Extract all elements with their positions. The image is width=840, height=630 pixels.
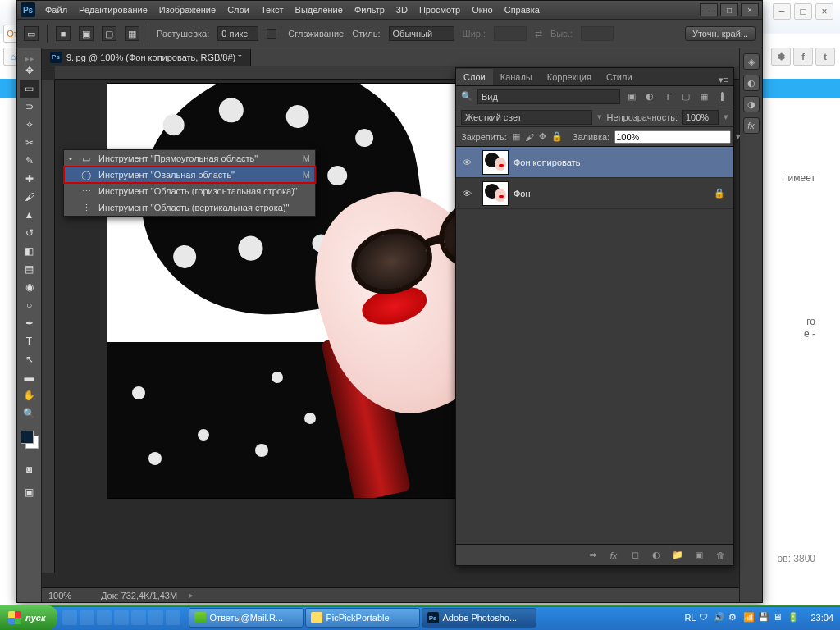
window-minimize-button[interactable]: – <box>700 3 718 16</box>
gradient-tool[interactable]: ▤ <box>20 260 39 278</box>
system-tray[interactable]: RL 🛡🔊⚙📶💾🖥🔋 <box>679 612 804 623</box>
layer-name[interactable]: Фон копировать <box>514 158 580 167</box>
delete-layer-icon[interactable]: 🗑 <box>714 550 727 560</box>
flyout-ellipse-marquee[interactable]: ◯ Инструмент "Овальная область" M <box>64 167 315 183</box>
brush-tool[interactable]: 🖌 <box>20 188 39 206</box>
magic-wand-tool[interactable]: ✧ <box>20 116 39 134</box>
zoom-tool[interactable]: 🔍 <box>20 404 39 422</box>
lock-all-icon[interactable]: 🔒 <box>551 130 563 144</box>
link-layers-icon[interactable]: ⇔ <box>586 550 599 560</box>
layer-group-icon[interactable]: 📁 <box>671 550 684 560</box>
taskbar-item[interactable]: PsAdobe Photosho... <box>422 608 536 628</box>
filter-shape-icon[interactable]: ▢ <box>679 90 692 103</box>
new-layer-icon[interactable]: ▣ <box>692 550 705 560</box>
tray-icon[interactable]: 🖥 <box>773 612 784 623</box>
menu-file[interactable]: Файл <box>40 3 72 16</box>
adjustments-icon[interactable]: ◑ <box>743 96 760 112</box>
lock-transparency-icon[interactable]: ▦ <box>512 130 520 144</box>
layer-name[interactable]: Фон <box>514 189 531 199</box>
start-button[interactable]: пуск <box>0 605 57 630</box>
layer-mask-icon[interactable]: ◻ <box>628 550 641 560</box>
ql-icon[interactable] <box>131 610 146 625</box>
ql-icon[interactable] <box>62 610 77 625</box>
refine-edge-button[interactable]: Уточн. край... <box>685 26 756 41</box>
menu-3d[interactable]: 3D <box>391 3 413 16</box>
opacity-input[interactable] <box>682 110 719 125</box>
ql-icon[interactable] <box>148 610 163 625</box>
history-brush-tool[interactable]: ↺ <box>20 224 39 242</box>
rectangle-tool[interactable]: ▬ <box>20 368 39 386</box>
ql-icon[interactable] <box>166 610 180 625</box>
layer-row[interactable]: 👁 Фон 🔒 <box>456 178 733 209</box>
tray-icon[interactable]: 🔊 <box>714 612 725 623</box>
lasso-tool[interactable]: ⊃ <box>20 98 39 116</box>
menu-help[interactable]: Справка <box>500 3 545 16</box>
filter-pixel-icon[interactable]: ▣ <box>625 90 638 103</box>
styles-icon[interactable]: fx <box>743 117 760 134</box>
ql-icon[interactable] <box>80 610 94 625</box>
color-swatches[interactable] <box>21 431 39 449</box>
flyout-col-marquee[interactable]: ⋮ Инструмент "Область (вертикальная стро… <box>64 199 315 216</box>
layer-row[interactable]: 👁 Фон копировать <box>456 147 733 178</box>
taskbar-item[interactable]: PicPickPortable <box>305 608 420 628</box>
tab-styles[interactable]: Стили <box>599 69 640 85</box>
add-selection-icon[interactable]: ▣ <box>79 26 94 41</box>
menu-edit[interactable]: Редактирование <box>74 3 153 16</box>
tray-icon[interactable]: 📶 <box>743 612 755 623</box>
window-maximize-button[interactable]: □ <box>720 3 738 16</box>
subtract-selection-icon[interactable]: ▢ <box>102 26 116 41</box>
status-zoom[interactable]: 100% <box>48 591 89 600</box>
path-selection-tool[interactable]: ↖ <box>20 350 39 368</box>
tool-preset-icon[interactable]: ▭ <box>24 26 39 41</box>
channels-icon[interactable]: ◐ <box>743 75 760 91</box>
taskbar-item[interactable]: Ответы@Mail.R... <box>189 608 304 628</box>
eraser-tool[interactable]: ◧ <box>20 242 39 260</box>
menu-view[interactable]: Просмотр <box>414 3 465 16</box>
intersect-selection-icon[interactable]: ▦ <box>125 26 139 41</box>
blur-tool[interactable]: ◉ <box>20 278 39 296</box>
lock-pixels-icon[interactable]: 🖌 <box>525 130 534 144</box>
menu-image[interactable]: Изображение <box>154 3 221 16</box>
layer-filter-select[interactable]: Вид <box>477 89 620 104</box>
marquee-tool[interactable]: ▭ <box>20 80 39 98</box>
tray-icon[interactable]: 🛡 <box>699 612 710 623</box>
canvas[interactable] <box>107 84 477 498</box>
adjustment-layer-icon[interactable]: ◐ <box>650 550 663 560</box>
tray-icon[interactable]: ⚙ <box>728 612 740 623</box>
feather-input[interactable] <box>217 26 258 41</box>
type-tool[interactable]: T <box>20 332 39 350</box>
taskbar-clock[interactable]: 23:04 <box>804 613 840 623</box>
eyedropper-tool[interactable]: ✎ <box>20 152 39 170</box>
tab-layers[interactable]: Слои <box>456 69 493 85</box>
menu-select[interactable]: Выделение <box>290 3 348 16</box>
lang-indicator[interactable]: RL <box>684 613 696 623</box>
healing-brush-tool[interactable]: ✚ <box>20 170 39 188</box>
window-close-button[interactable]: × <box>741 3 759 16</box>
flyout-row-marquee[interactable]: ⋯ Инструмент "Область (горизонтальная ст… <box>64 183 315 199</box>
hand-tool[interactable]: ✋ <box>20 386 39 404</box>
menu-layers[interactable]: Слои <box>222 3 254 16</box>
blend-mode-select[interactable]: Жесткий свет <box>461 110 592 125</box>
new-selection-icon[interactable]: ■ <box>56 26 71 41</box>
crop-tool[interactable]: ✂ <box>20 134 39 152</box>
filter-toggle[interactable]: ⏽ <box>715 90 728 103</box>
antialias-checkbox[interactable] <box>267 29 276 39</box>
ql-icon[interactable] <box>97 610 112 625</box>
layer-style-icon[interactable]: fx <box>607 550 620 560</box>
pen-tool[interactable]: ✒ <box>20 314 39 332</box>
menu-window[interactable]: Окно <box>467 3 498 16</box>
document-tab[interactable]: Ps 9.jpg @ 100% (Фон копировать, RGB/8#)… <box>42 49 251 66</box>
filter-adjust-icon[interactable]: ◐ <box>643 90 656 103</box>
menu-type[interactable]: Текст <box>256 3 289 16</box>
layers-icon[interactable]: ◈ <box>743 53 760 70</box>
tray-icon[interactable]: 🔋 <box>788 612 799 623</box>
move-tool[interactable]: ✥ <box>20 62 39 80</box>
panel-menu-icon[interactable]: ▾≡ <box>714 75 733 85</box>
visibility-toggle[interactable]: 👁 <box>456 189 477 199</box>
fill-input[interactable] <box>614 130 731 144</box>
lock-position-icon[interactable]: ✥ <box>539 130 546 144</box>
quickmask-toggle[interactable]: ◙ <box>20 460 39 478</box>
visibility-toggle[interactable]: 👁 <box>456 158 477 167</box>
tab-adjustments[interactable]: Коррекция <box>540 69 599 85</box>
flyout-rect-marquee[interactable]: •▭ Инструмент "Прямоугольная область" M <box>64 150 315 167</box>
